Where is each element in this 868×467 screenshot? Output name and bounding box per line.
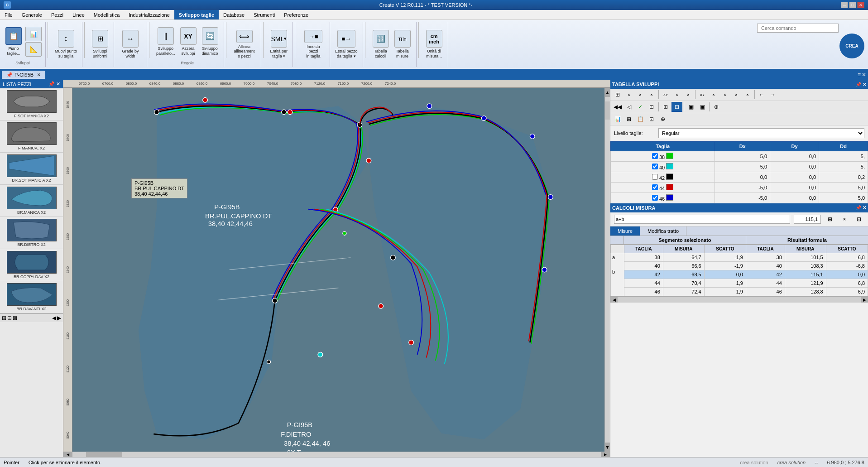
ts-icon-r2-2[interactable]: ◁ bbox=[623, 102, 634, 112]
tab-modifica-tratto[interactable]: Modifica tratto bbox=[640, 226, 686, 236]
grade-by-width-button[interactable]: ↔ Grade by width bbox=[118, 29, 143, 60]
minimize-button[interactable]: ─ bbox=[841, 2, 848, 8]
ts-icon-r3-1[interactable]: 📊 bbox=[612, 114, 623, 124]
ts-icon-r2-5[interactable]: ⊞ bbox=[660, 102, 671, 112]
menu-industrializzazione[interactable]: Industrializzazione bbox=[124, 10, 174, 19]
ts-icon-r2-8[interactable]: ▣ bbox=[697, 102, 708, 112]
menu-pezzi[interactable]: Pezzi bbox=[47, 10, 68, 19]
list-next-icon[interactable]: ▶ bbox=[57, 315, 61, 321]
list-item[interactable]: F SOT MANICA X2 bbox=[0, 88, 63, 120]
ts-pin-icon[interactable]: 📌 bbox=[856, 82, 861, 87]
sviluppi-uniformi-button[interactable]: ⊞ Sviluppiuniformi bbox=[90, 29, 110, 60]
ts-icon-r2-6[interactable]: ⊟ bbox=[671, 102, 682, 112]
tabella-misure-button[interactable]: πin Tabellamisure bbox=[393, 29, 412, 60]
piano-taglie-button[interactable]: 📋 Pianotaglie... bbox=[4, 26, 24, 58]
ts-icon-r2-1[interactable]: ◀◀ bbox=[612, 102, 623, 112]
list-grid-icon-1[interactable]: ⊞ bbox=[2, 315, 6, 321]
list-item[interactable]: BR.DAVANTI X2 bbox=[0, 281, 63, 313]
scrollbar-thumb-h[interactable] bbox=[86, 452, 122, 457]
azzera-sviluppi-button[interactable]: XY Azzerasviluppi bbox=[178, 26, 198, 58]
ts-icon-r2-4[interactable]: ⊡ bbox=[646, 102, 657, 112]
ts-icon-r2-3[interactable]: ✓ bbox=[635, 102, 646, 112]
ts-icon-r2-7[interactable]: ▣ bbox=[686, 102, 696, 112]
ts-icon-r2-9[interactable]: ⊕ bbox=[711, 102, 722, 112]
lista-pezzi-pin-icon[interactable]: 📌 bbox=[48, 81, 55, 87]
ts-icon-r3-2[interactable]: ⊞ bbox=[623, 114, 634, 124]
maximize-button[interactable]: □ bbox=[849, 2, 856, 8]
calc-pin-icon[interactable]: 📌 bbox=[856, 205, 861, 211]
ts-icon-x9[interactable]: × bbox=[742, 90, 753, 100]
calc-icon-2[interactable]: × bbox=[839, 214, 850, 224]
check-38[interactable] bbox=[652, 153, 658, 159]
menu-generale[interactable]: Generale bbox=[17, 10, 47, 19]
calc-icon-3[interactable]: ⊡ bbox=[854, 214, 864, 224]
scrollbar-right-btn[interactable]: ▶ bbox=[601, 452, 610, 457]
unita-misura-button[interactable]: cminch Unità dimisura... bbox=[424, 29, 444, 60]
entita-button[interactable]: SML▾ Entità pertaglia ▾ bbox=[269, 29, 289, 60]
dd-38[interactable]: 5, bbox=[819, 151, 868, 162]
ts-icon-next[interactable]: → bbox=[767, 90, 778, 100]
scrollbar-thumb-v[interactable] bbox=[605, 101, 610, 120]
muovi-punto-button[interactable]: ↕ Muovi puntosu taglia bbox=[53, 29, 78, 60]
dd-42[interactable]: 0,2 bbox=[819, 172, 868, 183]
dd-44[interactable]: 5,0 bbox=[819, 183, 868, 193]
list-item[interactable]: BR.COPPA DAV X2 bbox=[0, 249, 63, 281]
menu-file[interactable]: File bbox=[0, 10, 17, 19]
dd-40[interactable]: 5, bbox=[819, 162, 868, 172]
ts-icon-x4[interactable]: × bbox=[671, 90, 682, 100]
ts-icon-x8[interactable]: × bbox=[731, 90, 742, 100]
dy-42[interactable]: 0,0 bbox=[770, 172, 819, 183]
dd-46[interactable]: 5,0 bbox=[819, 193, 868, 203]
dy-40[interactable]: 0,0 bbox=[770, 162, 819, 172]
dx-40[interactable]: 5,0 bbox=[715, 162, 770, 172]
canvas-scrollbar-h[interactable]: ◀ ▶ bbox=[63, 452, 610, 457]
list-item[interactable]: F MANICA. X2 bbox=[0, 120, 63, 153]
scrollbar-left-btn[interactable]: ◀ bbox=[63, 452, 72, 457]
menu-sviluppo-taglie[interactable]: Sviluppo taglie bbox=[174, 10, 219, 19]
calc-formula-input[interactable] bbox=[614, 215, 790, 224]
list-item[interactable]: BR.MANICA X2 bbox=[0, 185, 63, 217]
allinea-button[interactable]: ⟺ Allineaallineamento pezzi bbox=[232, 29, 257, 60]
ts-icon-r3-5[interactable]: ⊕ bbox=[657, 114, 668, 124]
search-input[interactable] bbox=[757, 24, 839, 33]
menu-database[interactable]: Database bbox=[219, 10, 249, 19]
results-scroll-right[interactable]: ▶ bbox=[861, 297, 868, 303]
dy-44[interactable]: 0,0 bbox=[770, 183, 819, 193]
ts-icon-xy1[interactable]: XY bbox=[660, 90, 671, 100]
innesta-button[interactable]: →■ Innesta pezziin taglia bbox=[301, 29, 326, 60]
tabbar-close-icon[interactable]: ✕ bbox=[862, 72, 866, 78]
estrai-button[interactable]: ■→ Estrai pezzoda taglia ▾ bbox=[334, 29, 359, 60]
sviluppo-dinamico-button[interactable]: 🔄 Sviluppodinamico bbox=[200, 26, 220, 58]
ts-icon-x6[interactable]: × bbox=[708, 90, 719, 100]
sviluppo-parallelo-button[interactable]: ∥ Sviluppoparallelo... bbox=[155, 26, 177, 58]
dx-46[interactable]: -5,0 bbox=[715, 193, 770, 203]
dy-46[interactable]: 0,0 bbox=[770, 193, 819, 203]
tab-misure[interactable]: Misure bbox=[610, 226, 640, 236]
list-grid-icon-2[interactable]: ⊟ bbox=[7, 315, 12, 321]
scrollbar-up-btn[interactable]: ▲ bbox=[605, 88, 610, 97]
tabella-sviluppi-button[interactable]: 📊 bbox=[25, 27, 42, 41]
list-item[interactable]: BR.DIETRO X2 bbox=[0, 217, 63, 249]
check-42[interactable] bbox=[652, 174, 658, 180]
calc-close-icon[interactable]: ✕ bbox=[863, 205, 866, 211]
doc-tab-close-icon[interactable]: ✕ bbox=[37, 72, 41, 77]
dy-38[interactable]: 0,0 bbox=[770, 151, 819, 162]
dx-44[interactable]: -5,0 bbox=[715, 183, 770, 193]
menu-preferenze[interactable]: Preferenze bbox=[279, 10, 313, 19]
ts-icon-r3-3[interactable]: 📋 bbox=[635, 114, 646, 124]
ts-icon-xy2[interactable]: XY bbox=[697, 90, 708, 100]
close-button[interactable]: ✕ bbox=[857, 2, 864, 8]
ts-icon-x1[interactable]: × bbox=[623, 90, 634, 100]
menu-linee[interactable]: Linee bbox=[68, 10, 89, 19]
ts-icon-grid[interactable]: ⊞ bbox=[612, 90, 623, 100]
document-tab[interactable]: 📌 P-GI95B ✕ bbox=[2, 71, 45, 79]
ts-icon-r3-4[interactable]: ⊡ bbox=[646, 114, 657, 124]
list-prev-icon[interactable]: ◀ bbox=[52, 315, 56, 321]
drawing-canvas[interactable]: P-GI95B BR.PUL.CAPPINO DT 38,40 42,44,46… bbox=[72, 88, 604, 452]
calc-icon-1[interactable]: ⊞ bbox=[825, 214, 835, 224]
small-btn-2[interactable]: 📐 bbox=[25, 42, 42, 57]
check-46[interactable] bbox=[652, 195, 658, 201]
check-40[interactable] bbox=[652, 164, 658, 169]
scrollbar-down-btn[interactable]: ▼ bbox=[605, 443, 610, 452]
ts-icon-x2[interactable]: × bbox=[635, 90, 646, 100]
